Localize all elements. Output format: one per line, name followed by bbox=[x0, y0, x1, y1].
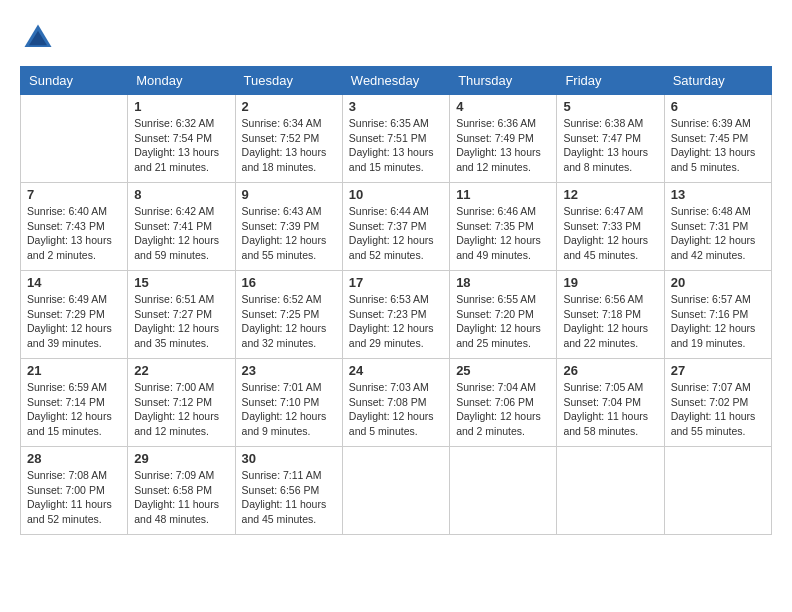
day-number: 2 bbox=[242, 99, 336, 114]
calendar-cell: 17Sunrise: 6:53 AM Sunset: 7:23 PM Dayli… bbox=[342, 271, 449, 359]
day-info: Sunrise: 7:11 AM Sunset: 6:56 PM Dayligh… bbox=[242, 468, 336, 527]
calendar-cell: 28Sunrise: 7:08 AM Sunset: 7:00 PM Dayli… bbox=[21, 447, 128, 535]
day-info: Sunrise: 6:35 AM Sunset: 7:51 PM Dayligh… bbox=[349, 116, 443, 175]
day-info: Sunrise: 6:55 AM Sunset: 7:20 PM Dayligh… bbox=[456, 292, 550, 351]
day-number: 19 bbox=[563, 275, 657, 290]
calendar-week-row: 28Sunrise: 7:08 AM Sunset: 7:00 PM Dayli… bbox=[21, 447, 772, 535]
day-number: 11 bbox=[456, 187, 550, 202]
calendar-cell: 9Sunrise: 6:43 AM Sunset: 7:39 PM Daylig… bbox=[235, 183, 342, 271]
day-info: Sunrise: 6:36 AM Sunset: 7:49 PM Dayligh… bbox=[456, 116, 550, 175]
day-number: 3 bbox=[349, 99, 443, 114]
day-info: Sunrise: 7:08 AM Sunset: 7:00 PM Dayligh… bbox=[27, 468, 121, 527]
logo bbox=[20, 20, 60, 56]
day-number: 9 bbox=[242, 187, 336, 202]
calendar-week-row: 1Sunrise: 6:32 AM Sunset: 7:54 PM Daylig… bbox=[21, 95, 772, 183]
calendar-cell: 19Sunrise: 6:56 AM Sunset: 7:18 PM Dayli… bbox=[557, 271, 664, 359]
day-info: Sunrise: 6:57 AM Sunset: 7:16 PM Dayligh… bbox=[671, 292, 765, 351]
weekday-header-tuesday: Tuesday bbox=[235, 67, 342, 95]
day-info: Sunrise: 6:44 AM Sunset: 7:37 PM Dayligh… bbox=[349, 204, 443, 263]
calendar-cell: 23Sunrise: 7:01 AM Sunset: 7:10 PM Dayli… bbox=[235, 359, 342, 447]
day-number: 17 bbox=[349, 275, 443, 290]
weekday-header-sunday: Sunday bbox=[21, 67, 128, 95]
calendar-cell: 15Sunrise: 6:51 AM Sunset: 7:27 PM Dayli… bbox=[128, 271, 235, 359]
calendar-cell bbox=[557, 447, 664, 535]
weekday-header-friday: Friday bbox=[557, 67, 664, 95]
weekday-header-monday: Monday bbox=[128, 67, 235, 95]
calendar-cell bbox=[664, 447, 771, 535]
day-number: 24 bbox=[349, 363, 443, 378]
day-number: 14 bbox=[27, 275, 121, 290]
calendar-header-row: SundayMondayTuesdayWednesdayThursdayFrid… bbox=[21, 67, 772, 95]
day-number: 20 bbox=[671, 275, 765, 290]
calendar-cell: 22Sunrise: 7:00 AM Sunset: 7:12 PM Dayli… bbox=[128, 359, 235, 447]
day-info: Sunrise: 6:38 AM Sunset: 7:47 PM Dayligh… bbox=[563, 116, 657, 175]
calendar-cell: 11Sunrise: 6:46 AM Sunset: 7:35 PM Dayli… bbox=[450, 183, 557, 271]
day-number: 12 bbox=[563, 187, 657, 202]
day-number: 15 bbox=[134, 275, 228, 290]
calendar-cell: 21Sunrise: 6:59 AM Sunset: 7:14 PM Dayli… bbox=[21, 359, 128, 447]
day-info: Sunrise: 6:34 AM Sunset: 7:52 PM Dayligh… bbox=[242, 116, 336, 175]
calendar-cell: 16Sunrise: 6:52 AM Sunset: 7:25 PM Dayli… bbox=[235, 271, 342, 359]
weekday-header-thursday: Thursday bbox=[450, 67, 557, 95]
calendar-cell: 18Sunrise: 6:55 AM Sunset: 7:20 PM Dayli… bbox=[450, 271, 557, 359]
weekday-header-wednesday: Wednesday bbox=[342, 67, 449, 95]
day-number: 18 bbox=[456, 275, 550, 290]
day-info: Sunrise: 6:56 AM Sunset: 7:18 PM Dayligh… bbox=[563, 292, 657, 351]
day-info: Sunrise: 7:05 AM Sunset: 7:04 PM Dayligh… bbox=[563, 380, 657, 439]
calendar-table: SundayMondayTuesdayWednesdayThursdayFrid… bbox=[20, 66, 772, 535]
calendar-cell: 4Sunrise: 6:36 AM Sunset: 7:49 PM Daylig… bbox=[450, 95, 557, 183]
day-number: 30 bbox=[242, 451, 336, 466]
day-number: 8 bbox=[134, 187, 228, 202]
calendar-cell: 12Sunrise: 6:47 AM Sunset: 7:33 PM Dayli… bbox=[557, 183, 664, 271]
calendar-cell: 7Sunrise: 6:40 AM Sunset: 7:43 PM Daylig… bbox=[21, 183, 128, 271]
calendar-cell: 20Sunrise: 6:57 AM Sunset: 7:16 PM Dayli… bbox=[664, 271, 771, 359]
calendar-week-row: 7Sunrise: 6:40 AM Sunset: 7:43 PM Daylig… bbox=[21, 183, 772, 271]
day-number: 23 bbox=[242, 363, 336, 378]
day-info: Sunrise: 6:42 AM Sunset: 7:41 PM Dayligh… bbox=[134, 204, 228, 263]
calendar-week-row: 21Sunrise: 6:59 AM Sunset: 7:14 PM Dayli… bbox=[21, 359, 772, 447]
calendar-cell bbox=[342, 447, 449, 535]
day-number: 1 bbox=[134, 99, 228, 114]
day-info: Sunrise: 6:47 AM Sunset: 7:33 PM Dayligh… bbox=[563, 204, 657, 263]
day-info: Sunrise: 7:01 AM Sunset: 7:10 PM Dayligh… bbox=[242, 380, 336, 439]
calendar-cell: 8Sunrise: 6:42 AM Sunset: 7:41 PM Daylig… bbox=[128, 183, 235, 271]
day-info: Sunrise: 7:00 AM Sunset: 7:12 PM Dayligh… bbox=[134, 380, 228, 439]
day-number: 16 bbox=[242, 275, 336, 290]
day-info: Sunrise: 6:40 AM Sunset: 7:43 PM Dayligh… bbox=[27, 204, 121, 263]
day-info: Sunrise: 6:32 AM Sunset: 7:54 PM Dayligh… bbox=[134, 116, 228, 175]
day-info: Sunrise: 6:48 AM Sunset: 7:31 PM Dayligh… bbox=[671, 204, 765, 263]
calendar-cell bbox=[21, 95, 128, 183]
weekday-header-saturday: Saturday bbox=[664, 67, 771, 95]
day-info: Sunrise: 7:04 AM Sunset: 7:06 PM Dayligh… bbox=[456, 380, 550, 439]
day-number: 7 bbox=[27, 187, 121, 202]
day-number: 29 bbox=[134, 451, 228, 466]
day-number: 4 bbox=[456, 99, 550, 114]
day-info: Sunrise: 7:03 AM Sunset: 7:08 PM Dayligh… bbox=[349, 380, 443, 439]
day-info: Sunrise: 7:09 AM Sunset: 6:58 PM Dayligh… bbox=[134, 468, 228, 527]
calendar-cell: 29Sunrise: 7:09 AM Sunset: 6:58 PM Dayli… bbox=[128, 447, 235, 535]
calendar-cell: 6Sunrise: 6:39 AM Sunset: 7:45 PM Daylig… bbox=[664, 95, 771, 183]
day-number: 28 bbox=[27, 451, 121, 466]
calendar-cell: 10Sunrise: 6:44 AM Sunset: 7:37 PM Dayli… bbox=[342, 183, 449, 271]
calendar-cell: 5Sunrise: 6:38 AM Sunset: 7:47 PM Daylig… bbox=[557, 95, 664, 183]
calendar-cell: 27Sunrise: 7:07 AM Sunset: 7:02 PM Dayli… bbox=[664, 359, 771, 447]
calendar-week-row: 14Sunrise: 6:49 AM Sunset: 7:29 PM Dayli… bbox=[21, 271, 772, 359]
day-number: 6 bbox=[671, 99, 765, 114]
calendar-cell: 30Sunrise: 7:11 AM Sunset: 6:56 PM Dayli… bbox=[235, 447, 342, 535]
day-number: 5 bbox=[563, 99, 657, 114]
logo-icon bbox=[20, 20, 56, 56]
day-number: 22 bbox=[134, 363, 228, 378]
day-number: 27 bbox=[671, 363, 765, 378]
day-number: 21 bbox=[27, 363, 121, 378]
calendar-cell: 25Sunrise: 7:04 AM Sunset: 7:06 PM Dayli… bbox=[450, 359, 557, 447]
calendar-cell: 2Sunrise: 6:34 AM Sunset: 7:52 PM Daylig… bbox=[235, 95, 342, 183]
calendar-cell: 13Sunrise: 6:48 AM Sunset: 7:31 PM Dayli… bbox=[664, 183, 771, 271]
day-info: Sunrise: 6:43 AM Sunset: 7:39 PM Dayligh… bbox=[242, 204, 336, 263]
calendar-cell: 26Sunrise: 7:05 AM Sunset: 7:04 PM Dayli… bbox=[557, 359, 664, 447]
day-number: 10 bbox=[349, 187, 443, 202]
calendar-cell: 3Sunrise: 6:35 AM Sunset: 7:51 PM Daylig… bbox=[342, 95, 449, 183]
day-info: Sunrise: 6:49 AM Sunset: 7:29 PM Dayligh… bbox=[27, 292, 121, 351]
day-info: Sunrise: 6:51 AM Sunset: 7:27 PM Dayligh… bbox=[134, 292, 228, 351]
day-number: 26 bbox=[563, 363, 657, 378]
calendar-cell: 24Sunrise: 7:03 AM Sunset: 7:08 PM Dayli… bbox=[342, 359, 449, 447]
